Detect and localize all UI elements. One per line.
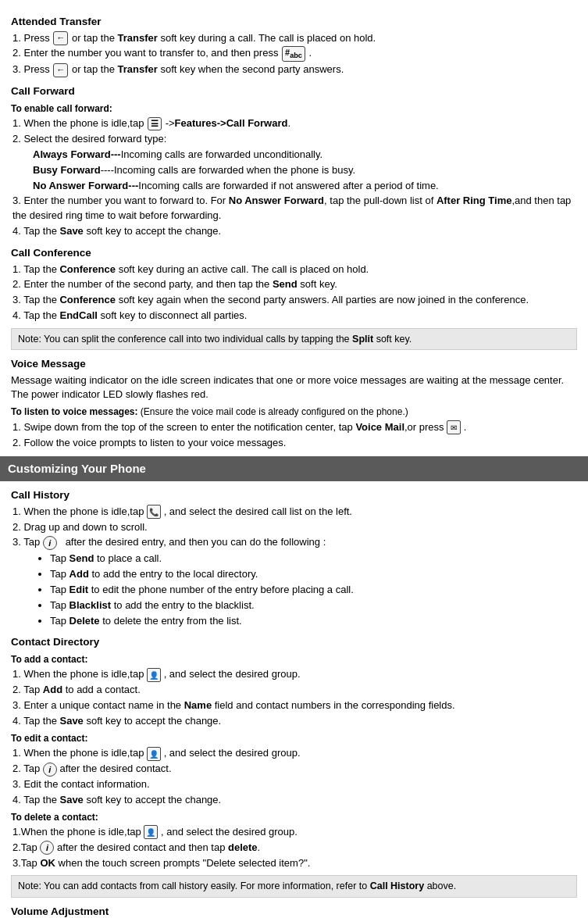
ch-bullet-2: Tap Add to add the entry to the local di… [50,567,577,582]
delete-step-3: 3.Tap OK when the touch screen prompts "… [12,856,577,871]
vm-step-1: 1. Swipe down from the top of the screen… [12,420,577,435]
call-list-icon: 📞 [147,505,161,519]
call-history-title: Call History [11,488,577,503]
cc-step-2: 2. Enter the number of the second party,… [12,277,577,292]
attended-transfer-section: Attended Transfer 1. Press ← or tap the … [11,14,577,77]
volume-adjustment-title: Volume Adjustment [11,904,577,918]
contact-directory-title: Contact Directory [11,634,577,650]
at-step-2: 2. Enter the number you want to transfer… [12,46,577,62]
vm-step-2: 2. Follow the voice prompts to listen to… [12,436,577,451]
ch-step-1: 1. When the phone is idle,tap 📞 , and se… [12,505,577,520]
add-step-3: 3. Enter a unique contact name in the Na… [12,698,577,713]
attended-transfer-title: Attended Transfer [11,14,577,30]
features-key-icon: ☰ [148,117,162,130]
customizing-section-header: Customizing Your Phone [0,456,588,481]
contact-icon-del1: 👤 [144,825,158,839]
cc-step-3: 3. Tap the Conference soft key again whe… [12,293,577,308]
edit-step-1: 1. When the phone is idle,tap 👤 , and se… [12,746,577,761]
ch-step-2: 2. Drag up and down to scroll. [12,520,577,535]
add-step-2: 2. Tap Add to add a contact. [12,683,577,698]
no-answer-forward: No Answer Forward---Incoming calls are f… [33,179,577,194]
add-step-1: 1. When the phone is idle,tap 👤 , and se… [12,667,577,682]
contact-icon-add1: 👤 [147,668,161,682]
note-2: Note: You can add contacts from call his… [11,875,577,897]
cf-step-2: 2. Select the desired forward type: [12,132,577,147]
info-icon-edit: i [43,763,57,777]
call-forward-section: Call Forward To enable call forward: 1. … [11,84,577,239]
ch-bullet-5: Tap Delete to delete the entry from the … [50,614,577,629]
edit-step-4: 4. Tap the Save soft key to accept the c… [12,793,577,808]
edit-contact-label: To edit a contact: [11,732,577,745]
cf-step-1: 1. When the phone is idle,tap ☰ ->Featur… [12,116,577,131]
voice-message-section: Voice Message Message waiting indicator … [11,356,577,450]
ch-bullet-3: Tap Edit to edit the phone number of the… [50,583,577,598]
ch-step-3: 3. Tap i after the desired entry, and th… [12,535,577,550]
edit-step-3: 3. Edit the contact information. [12,777,577,792]
voice-message-title: Voice Message [11,356,577,372]
ch-bullet-4: Tap Blacklist to add the entry to the bl… [50,598,577,613]
delete-contact-label: To delete a contact: [11,811,577,824]
transfer-key2-icon: ← [53,63,68,77]
delete-step-2: 2.Tap i after the desired contact and th… [12,841,577,855]
envelope-icon: ✉ [447,420,461,434]
call-forward-enable-label: To enable call forward: [11,102,577,116]
call-forward-title: Call Forward [11,84,577,99]
press-text: Press [23,32,52,44]
note-1: Note: You can split the conference call … [11,328,577,350]
call-history-section: Call History 1. When the phone is idle,t… [11,488,577,628]
busy-forward: Busy Forward----Incoming calls are forwa… [33,163,577,178]
edit-step-2: 2. Tap i after the desired contact. [12,762,577,777]
call-conference-section: Call Conference 1. Tap the Conference so… [11,245,577,323]
add-contact-label: To add a contact: [11,653,577,666]
at-step-3: 3. Press ← or tap the Transfer soft key … [12,63,577,77]
call-conference-title: Call Conference [11,245,577,261]
pound-key-icon: #abc [282,46,305,62]
info-icon-del: i [40,841,54,855]
volume-adjustment-section: Volume Adjustment • Press —▬ during a ca… [11,904,577,918]
at-step-1: 1. Press ← or tap the Transfer soft key … [12,31,577,46]
transfer-key-icon: ← [53,31,68,45]
info-icon-ch: i [43,536,57,550]
ch-bullet-1: Tap Send to place a call. [50,552,577,566]
add-step-4: 4. Tap the Save soft key to accept the c… [12,714,577,729]
cc-step-4: 4. Tap the EndCall soft key to disconnec… [12,309,577,323]
always-forward: Always Forward---Incoming calls are forw… [33,148,577,163]
cc-step-1: 1. Tap the Conference soft key during an… [12,263,577,277]
delete-step-1: 1.When the phone is idle,tap 👤 , and sel… [12,825,577,840]
voice-message-desc: Message waiting indicator on the idle sc… [11,373,577,403]
call-history-bullets: Tap Send to place a call. Tap Add to add… [36,552,577,628]
contact-icon-edit1: 👤 [147,747,161,761]
cf-step-4: 4. Tap the Save soft key to accept the c… [12,224,577,239]
at-step1-mid: or tap the Transfer soft key during a ca… [72,32,376,44]
listen-label: To listen to voice messages: (Ensure the… [11,405,577,419]
cf-step-3: 3. Enter the number you want to forward … [12,194,577,223]
press-text-3: Press [23,63,52,75]
contact-directory-section: Contact Directory To add a contact: 1. W… [11,634,577,870]
